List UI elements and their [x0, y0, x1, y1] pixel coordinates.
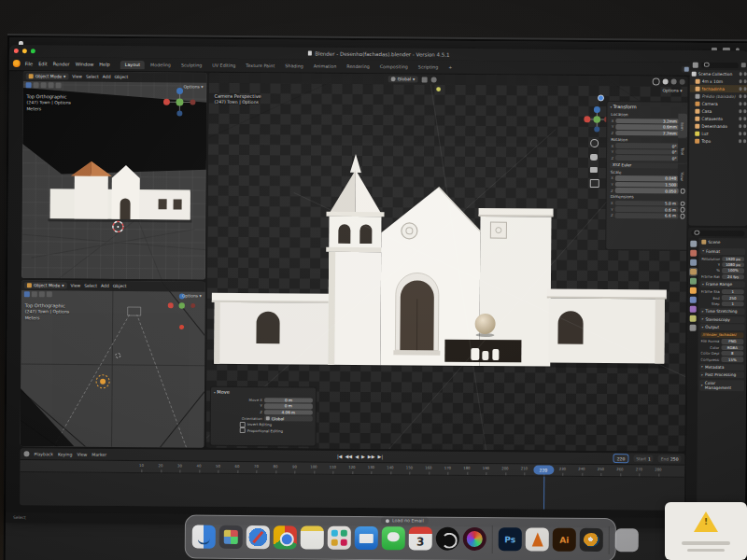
move-tool-icon[interactable] — [41, 82, 47, 88]
sidebar-tab-view[interactable]: View — [678, 164, 687, 189]
timeline-menu-view[interactable]: View — [77, 452, 87, 456]
topbar-menu-edit[interactable]: Edit — [38, 61, 48, 66]
properties-tab-1[interactable] — [690, 250, 697, 257]
dock-app-creative-cloud[interactable] — [463, 527, 486, 551]
perspective-toggle-icon[interactable] — [590, 179, 599, 188]
dock-app-illustrator[interactable]: Ai — [553, 528, 576, 552]
dock-app-finder[interactable] — [192, 525, 216, 549]
rendered-shading-icon[interactable] — [680, 78, 685, 84]
sidebar-tab-tool[interactable]: Tool — [678, 139, 687, 163]
section-format[interactable]: ▾Format — [700, 247, 745, 254]
rotate-tool-icon[interactable] — [49, 82, 54, 88]
rotation-z-field[interactable]: Z0° — [607, 155, 688, 161]
properties-tab-7[interactable] — [690, 306, 697, 313]
dock-app-slack[interactable] — [328, 526, 351, 550]
viewport-a-options[interactable]: Options ▾ — [183, 84, 203, 89]
viewport-menu-add[interactable]: Add — [103, 75, 111, 79]
topbar-menu-window[interactable]: Window — [76, 62, 94, 67]
previous-keyframe-button[interactable]: ◀◀ — [345, 454, 352, 458]
visibility-icons[interactable] — [739, 94, 747, 98]
dock-app-safari[interactable] — [247, 525, 270, 549]
workspace-tab-texture-paint[interactable]: Texture Paint — [241, 61, 279, 69]
visibility-icons[interactable] — [739, 79, 747, 83]
select-tool-icon[interactable] — [26, 82, 32, 88]
main-viewport-options[interactable]: Options ▾ — [662, 88, 682, 92]
prop-frame-rate[interactable]: Frame Rate24 fps — [698, 273, 747, 280]
viewport-menu-select[interactable]: Select — [86, 75, 99, 79]
dimensions-y-field[interactable]: Y0.6 m — [607, 206, 688, 213]
workspace-tab-shading[interactable]: Shading — [280, 62, 308, 70]
visibility-icons[interactable] — [739, 87, 747, 91]
section-output[interactable]: ▾Output — [700, 324, 745, 330]
workspace-tab-scripting[interactable]: Scripting — [414, 63, 443, 71]
scale-x-field[interactable]: X0.048 — [607, 175, 688, 182]
section-stereoscopy[interactable]: ▸Stereoscopy — [700, 316, 745, 323]
workspace-tab-uv-editing[interactable]: UV Editing — [207, 61, 240, 69]
close-window-button[interactable] — [14, 49, 19, 53]
viewport-menu-select[interactable]: Select — [84, 284, 97, 288]
viewport-menu-view[interactable]: View — [72, 75, 82, 79]
workspace-tab-+[interactable]: + — [444, 63, 457, 71]
cursor-tool-icon[interactable] — [34, 82, 39, 88]
visibility-icons[interactable] — [739, 102, 747, 105]
rotation-x-field[interactable]: X0° — [607, 143, 688, 149]
dock-app-launchpad[interactable] — [219, 525, 243, 549]
frame-start-field[interactable]: Start 1 — [633, 455, 654, 462]
camera-view-icon[interactable] — [590, 167, 598, 173]
pan-hand-icon[interactable] — [590, 154, 598, 161]
visibility-icons[interactable] — [739, 109, 747, 113]
snapping-magnet-icon[interactable] — [421, 77, 427, 82]
outliner-editor-icon[interactable] — [693, 62, 698, 67]
rotation-mode-dropdown[interactable]: XYZ Euler▾ — [610, 162, 685, 169]
visibility-icons[interactable] — [739, 72, 747, 76]
properties-search[interactable] — [691, 230, 744, 235]
blender-logo-icon[interactable] — [13, 60, 21, 67]
jump-to-end-button[interactable]: ▶| — [378, 455, 384, 459]
properties-tab-6[interactable] — [690, 297, 697, 303]
visibility-icons[interactable] — [739, 124, 747, 128]
move-tool-icon[interactable] — [39, 291, 45, 297]
dock-app-notes[interactable] — [301, 525, 324, 549]
viewport-b-options[interactable]: Options ▾ — [182, 293, 202, 298]
properties-tab-9[interactable] — [690, 325, 697, 331]
workspace-tab-animation[interactable]: Animation — [309, 62, 342, 70]
scale-z-field[interactable]: Z0.050 — [607, 188, 688, 194]
mode-dropdown[interactable]: Object Mode▾ — [26, 73, 69, 79]
timeline-menu-keying[interactable]: Keying — [58, 452, 72, 456]
location-y-field[interactable]: Y0.6mm — [607, 124, 687, 131]
jump-to-start-button[interactable]: |◀ — [337, 454, 343, 458]
frame-end-field[interactable]: End 250 — [658, 455, 682, 462]
dock-app-blender[interactable] — [580, 528, 603, 552]
section-time-stretching[interactable]: ▸Time Stretching — [700, 308, 745, 315]
outliner-search[interactable] — [701, 62, 739, 67]
minimize-window-button[interactable] — [22, 49, 27, 53]
section-color-management[interactable]: ▸Color Management — [699, 380, 744, 391]
outliner-row-topo[interactable]: Topo — [689, 137, 747, 145]
workspace-tab-compositing[interactable]: Compositing — [375, 63, 413, 71]
prop-step[interactable]: Step1 — [698, 301, 747, 307]
checkbox-proportional-editing[interactable]: Proportional Editing — [211, 427, 316, 434]
viewport-menu-object[interactable]: Object — [113, 284, 127, 288]
select-tool-icon[interactable] — [24, 291, 30, 297]
properties-tab-4[interactable] — [690, 278, 697, 285]
section-post-processing[interactable]: ▸Post Processing — [699, 371, 744, 378]
topbar-menu-help[interactable]: Help — [99, 62, 109, 67]
dock-app-trash[interactable] — [615, 528, 639, 552]
dock-app-photoshop[interactable]: Ps — [499, 527, 522, 551]
section-metadata[interactable]: ▸Metadata — [699, 364, 744, 371]
material-shading-icon[interactable] — [671, 78, 677, 84]
topbar-menu-render[interactable]: Render — [53, 61, 70, 66]
wireframe-shading-icon[interactable] — [653, 77, 660, 85]
scale-tool-icon[interactable] — [56, 82, 62, 88]
dimensions-z-field[interactable]: Z6.6 m — [606, 213, 687, 219]
workspace-tab-modeling[interactable]: Modeling — [146, 61, 176, 69]
cursor-tool-icon[interactable] — [32, 291, 37, 297]
sidebar-tab-item[interactable]: Item — [678, 114, 687, 138]
workspace-tab-layout[interactable]: Layout — [120, 60, 145, 68]
filter-icon[interactable] — [741, 63, 746, 67]
zoom-window-button[interactable] — [31, 49, 35, 53]
viewport-menu-object[interactable]: Object — [115, 75, 129, 79]
dock-app-record[interactable] — [436, 527, 459, 551]
timeline-editor-icon[interactable] — [23, 451, 29, 456]
dock-app-chrome[interactable] — [274, 525, 297, 549]
